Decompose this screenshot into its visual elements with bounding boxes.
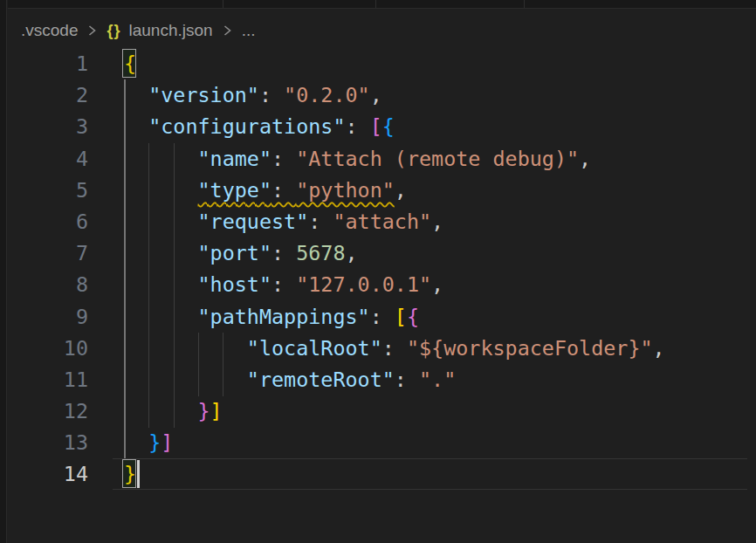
sidebar-edge [0,0,7,543]
code-line[interactable]: 1{ [8,48,756,79]
code-line[interactable]: 3 "configurations": [{ [8,111,756,142]
code-line[interactable]: 10 "localRoot": "${workspaceFolder}", [8,333,756,364]
bracket-match-box [122,49,136,78]
code-text[interactable]: }] [124,395,223,427]
line-number[interactable]: 11 [8,364,88,395]
code-line[interactable]: 14} [8,458,756,490]
code-text[interactable]: } [124,458,136,490]
line-number[interactable]: 10 [8,333,88,364]
text-cursor [137,460,140,488]
chevron-right-icon [222,23,233,38]
code-line[interactable]: 8 "host": "127.0.0.1", [8,269,756,300]
code-text[interactable]: "request": "attach", [124,206,443,237]
tab-divider [223,0,223,8]
tab-divider [524,0,525,8]
code-text[interactable]: "type": "python", [124,175,407,206]
line-number[interactable]: 1 [8,48,88,79]
line-number[interactable]: 8 [8,269,88,300]
code-line[interactable]: 7 "port": 5678, [8,237,756,269]
line-number[interactable]: 12 [8,395,88,427]
code-text[interactable]: { [124,48,136,79]
breadcrumb-symbol[interactable]: ... [242,21,256,40]
code-line[interactable]: 5 "type": "python", [8,175,756,206]
breadcrumb-file[interactable]: launch.json [129,21,213,40]
code-text[interactable]: "name": "Attach (remote debug)", [124,143,591,175]
code-text[interactable]: "configurations": [{ [124,111,395,142]
code-line[interactable]: 12 }] [8,395,756,427]
warning-squiggle: "type": "python" [198,178,395,203]
vscode-editor-window: .vscode {} launch.json ... 1{2 "version"… [0,0,756,543]
breadcrumb: .vscode {} launch.json ... [21,18,255,43]
line-number[interactable]: 3 [8,111,88,142]
tab-divider [375,0,376,8]
line-number[interactable]: 4 [8,143,88,175]
tab-bar-strip [8,0,756,9]
current-line-highlight [113,458,747,490]
code-line[interactable]: 9 "pathMappings": [{ [8,301,756,333]
code-line[interactable]: 11 "remoteRoot": "." [8,364,756,395]
code-text[interactable]: "pathMappings": [{ [124,301,419,333]
code-text[interactable]: }] [124,427,173,458]
bracket-match-box [122,459,136,488]
chevron-right-icon [86,23,98,38]
breadcrumb-folder[interactable]: .vscode [21,21,78,40]
line-number[interactable]: 7 [8,237,88,269]
code-line[interactable]: 2 "version": "0.2.0", [8,79,756,111]
json-file-icon: {} [107,22,120,40]
line-number[interactable]: 2 [8,79,88,111]
line-number[interactable]: 14 [8,458,88,490]
line-number[interactable]: 9 [8,301,88,333]
line-number[interactable]: 13 [8,427,88,458]
line-number[interactable]: 6 [8,206,88,237]
code-text[interactable]: "localRoot": "${workspaceFolder}", [124,333,665,364]
code-line[interactable]: 4 "name": "Attach (remote debug)", [8,143,756,175]
code-text[interactable]: "host": "127.0.0.1", [124,269,443,300]
code-line[interactable]: 13 }] [8,427,756,458]
code-editor[interactable]: 1{2 "version": "0.2.0",3 "configurations… [8,48,756,543]
line-number[interactable]: 5 [8,175,88,206]
code-text[interactable]: "remoteRoot": "." [124,364,456,395]
code-line[interactable]: 6 "request": "attach", [8,206,756,237]
code-text[interactable]: "version": "0.2.0", [124,79,382,111]
code-text[interactable]: "port": 5678, [124,237,358,269]
code-lines: 1{2 "version": "0.2.0",3 "configurations… [8,48,756,491]
